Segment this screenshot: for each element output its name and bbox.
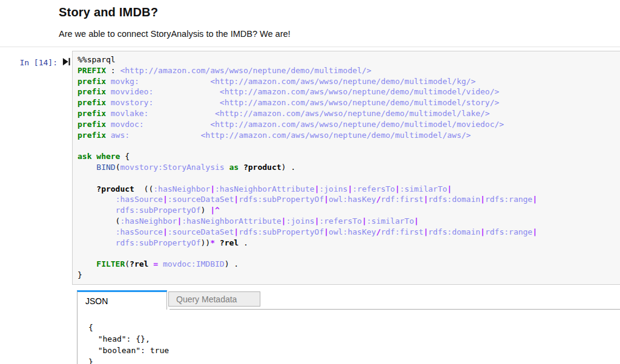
output-tab-bar: JSON Query Metadata (77, 290, 620, 310)
tab-query-metadata[interactable]: Query Metadata (168, 291, 260, 307)
play-collapse-icon (62, 57, 71, 66)
json-output: { "head": {}, "boolean": true } (88, 322, 169, 364)
markdown-heading: Story and IMDB? (59, 5, 291, 19)
tab-json[interactable]: JSON (77, 290, 167, 310)
code-editor[interactable]: %%sparqlPREFIX : <http://amazon.com/aws/… (72, 51, 620, 285)
tab-query-metadata-label: Query Metadata (176, 294, 237, 304)
run-cell-icon[interactable] (62, 57, 71, 66)
markdown-paragraph: Are we able to connect StoryAnalysis to … (59, 29, 291, 39)
tab-json-label: JSON (85, 296, 108, 306)
markdown-cell: Story and IMDB? Are we able to connect S… (59, 0, 291, 39)
output-panel: { "head": {}, "boolean": true } (77, 310, 620, 364)
cell-prompt: In [14]: (0, 58, 58, 67)
tab-bar-filler (260, 290, 620, 310)
cell-divider (0, 47, 620, 47)
